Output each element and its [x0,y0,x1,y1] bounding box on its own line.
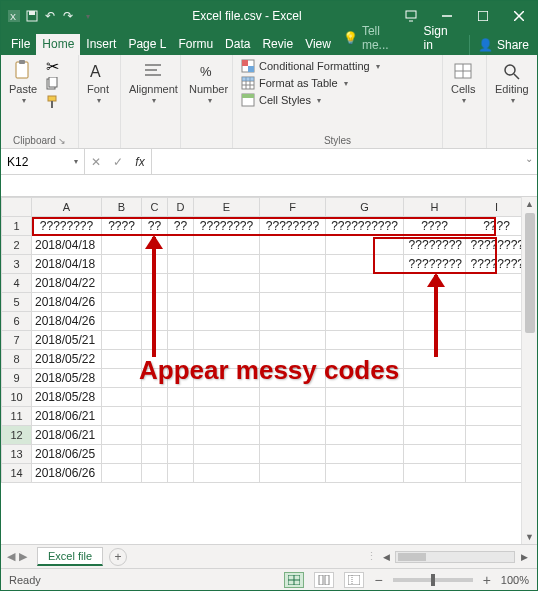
hscroll-track[interactable] [395,551,515,563]
view-page-layout-button[interactable] [314,572,334,588]
cell[interactable]: 2018/04/22 [32,274,102,293]
cell[interactable] [466,293,528,312]
name-box[interactable]: K12▾ [1,149,85,174]
cell[interactable] [102,445,142,464]
cell[interactable] [102,350,142,369]
cell[interactable] [194,274,260,293]
formula-bar[interactable]: ⌄ [152,149,537,174]
save-icon[interactable] [25,9,39,23]
scroll-left-icon[interactable]: ◀ [379,552,393,562]
sheet-tab-active[interactable]: Excel file [37,547,103,566]
cell[interactable] [142,445,168,464]
number-button[interactable]: % Number▾ [187,58,230,107]
zoom-out-button[interactable]: − [374,572,382,588]
cell[interactable] [194,407,260,426]
cell[interactable] [102,464,142,483]
cell[interactable] [326,274,404,293]
sheet-nav[interactable]: ◀▶ [1,550,33,563]
cell[interactable] [466,369,528,388]
row-header[interactable]: 8 [2,350,32,369]
cell[interactable] [260,445,326,464]
cell[interactable] [404,445,466,464]
fx-button[interactable]: fx [129,155,151,169]
cell[interactable] [260,407,326,426]
cell[interactable] [260,312,326,331]
cell[interactable] [194,331,260,350]
enter-formula-button[interactable]: ✓ [107,155,129,169]
cell[interactable] [326,426,404,445]
row-header[interactable]: 6 [2,312,32,331]
cell[interactable] [102,388,142,407]
copy-button[interactable] [43,76,61,92]
tab-insert[interactable]: Insert [80,34,122,55]
close-button[interactable] [501,1,537,31]
tab-view[interactable]: View [299,34,337,55]
font-button[interactable]: A Font▾ [85,58,111,107]
cell[interactable] [466,331,528,350]
cell[interactable] [142,464,168,483]
cell[interactable] [194,426,260,445]
cell[interactable] [260,236,326,255]
horizontal-scrollbar[interactable]: ⋮ ◀ ▶ [127,550,537,563]
col-header-H[interactable]: H [404,198,466,217]
cell[interactable] [260,464,326,483]
redo-icon[interactable]: ↷ [61,9,75,23]
cell[interactable]: 2018/04/18 [32,255,102,274]
row-header[interactable]: 7 [2,331,32,350]
cell[interactable]: 2018/05/21 [32,331,102,350]
cell[interactable] [404,407,466,426]
cell[interactable] [260,255,326,274]
zoom-in-button[interactable]: + [483,572,491,588]
cell[interactable] [142,407,168,426]
cell[interactable] [260,426,326,445]
tell-me[interactable]: 💡Tell me... [337,21,414,55]
prev-sheet-icon[interactable]: ◀ [7,550,15,563]
qat-dropdown-icon[interactable]: ▾ [81,9,95,23]
cell[interactable]: 2018/04/26 [32,293,102,312]
cell[interactable] [466,464,528,483]
cell[interactable]: 2018/04/26 [32,312,102,331]
cell[interactable] [102,331,142,350]
cell[interactable] [466,407,528,426]
cell[interactable] [194,445,260,464]
cell[interactable] [466,350,528,369]
cell[interactable] [168,388,194,407]
cell[interactable] [326,445,404,464]
zoom-level[interactable]: 100% [501,574,529,586]
cell[interactable] [194,236,260,255]
tab-review[interactable]: Revie [256,34,299,55]
dialog-launcher-icon[interactable]: ↘ [58,136,66,146]
cell[interactable] [260,293,326,312]
format-as-table-button[interactable]: Format as Table▾ [239,75,382,91]
row-header[interactable]: 11 [2,407,32,426]
cell[interactable] [168,426,194,445]
worksheet-area[interactable]: ABCDEFGHI 1?????????????????????????????… [1,197,537,544]
cell[interactable] [142,426,168,445]
cell[interactable]: 2018/06/21 [32,426,102,445]
cell[interactable] [404,369,466,388]
cell[interactable] [260,274,326,293]
tab-file[interactable]: File [5,34,36,55]
cut-button[interactable]: ✂ [43,58,61,74]
expand-formula-icon[interactable]: ⌄ [525,153,533,164]
undo-icon[interactable]: ↶ [43,9,57,23]
row-header[interactable]: 4 [2,274,32,293]
vertical-scrollbar[interactable]: ▲ ▼ [521,197,537,544]
tab-home[interactable]: Home [36,34,80,55]
scroll-right-icon[interactable]: ▶ [517,552,531,562]
maximize-button[interactable] [465,1,501,31]
cell[interactable] [102,312,142,331]
row-header[interactable]: 10 [2,388,32,407]
cell[interactable] [194,464,260,483]
cell[interactable]: 2018/06/21 [32,407,102,426]
scroll-up-icon[interactable]: ▲ [522,197,537,211]
cell[interactable] [168,312,194,331]
cell[interactable] [168,407,194,426]
cell[interactable] [168,464,194,483]
col-header-E[interactable]: E [194,198,260,217]
cell[interactable] [168,293,194,312]
row-header[interactable]: 14 [2,464,32,483]
cell[interactable] [194,255,260,274]
cell[interactable] [466,274,528,293]
scroll-thumb[interactable] [525,213,535,333]
